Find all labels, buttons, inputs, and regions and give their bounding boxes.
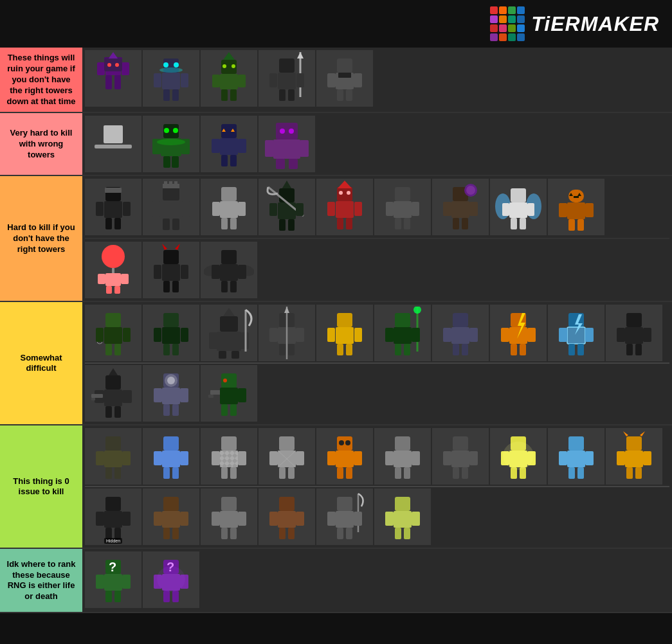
svg-rect-94: [279, 188, 295, 202]
svg-rect-160: [212, 265, 220, 279]
svg-rect-73: [123, 202, 131, 216]
tier-label-2: Very hard to kill with wrong towers: [0, 113, 82, 175]
svg-rect-154: [163, 281, 170, 292]
svg-point-63: [280, 129, 285, 134]
svg-rect-370: [104, 574, 122, 591]
svg-rect-71: [104, 201, 122, 218]
svg-rect-75: [114, 218, 121, 229]
svg-marker-192: [284, 307, 289, 313]
list-item: [316, 305, 373, 361]
svg-rect-105: [336, 201, 354, 218]
list-item: [201, 50, 257, 107]
tier-items-3: [82, 176, 672, 301]
list-item: [432, 428, 489, 485]
svg-rect-98: [296, 203, 304, 216]
svg-rect-241: [91, 394, 103, 398]
svg-rect-77: [163, 186, 179, 201]
svg-rect-331: [105, 497, 121, 511]
svg-rect-349: [279, 497, 295, 511]
svg-rect-86: [174, 181, 177, 186]
list-item: [316, 428, 373, 485]
svg-rect-285: [296, 451, 304, 465]
logo-text: TiERMAKER: [531, 12, 659, 36]
svg-rect-69: [289, 159, 298, 169]
svg-rect-373: [105, 591, 112, 602]
svg-rect-359: [354, 512, 362, 526]
svg-rect-354: [288, 528, 295, 539]
svg-rect-88: [220, 201, 238, 218]
svg-rect-170: [123, 328, 131, 342]
list-item: [490, 428, 547, 485]
svg-point-103: [339, 191, 343, 195]
svg-rect-203: [395, 313, 410, 327]
svg-rect-186: [219, 351, 226, 359]
svg-rect-280: [221, 467, 228, 479]
svg-rect-139: [568, 219, 575, 231]
svg-rect-34: [279, 89, 286, 101]
svg-marker-102: [338, 181, 352, 188]
svg-rect-299: [394, 451, 412, 467]
svg-rect-163: [230, 281, 237, 292]
svg-rect-343: [221, 497, 237, 511]
svg-rect-270: [154, 451, 162, 465]
svg-rect-126: [511, 188, 526, 202]
svg-rect-151: [162, 264, 180, 281]
svg-rect-338: [162, 511, 180, 528]
svg-rect-296: [337, 467, 343, 479]
svg-rect-41: [346, 89, 352, 101]
svg-rect-268: [163, 436, 179, 451]
list-item: [432, 179, 489, 235]
svg-rect-180: [172, 344, 179, 355]
svg-rect-257: [220, 388, 238, 404]
svg-rect-266: [105, 467, 112, 479]
svg-rect-231: [626, 313, 642, 327]
svg-rect-113: [412, 202, 419, 216]
svg-rect-297: [346, 467, 352, 479]
svg-rect-52: [172, 156, 179, 168]
svg-point-248: [167, 377, 175, 384]
svg-rect-210: [404, 344, 410, 355]
svg-rect-361: [346, 528, 352, 539]
svg-rect-366: [395, 528, 401, 539]
list-item: [85, 116, 141, 172]
svg-rect-145: [121, 274, 129, 284]
list-item: [143, 365, 199, 422]
svg-rect-165: [104, 327, 122, 344]
list-item: Hidden: [85, 488, 141, 545]
svg-rect-259: [221, 404, 228, 416]
svg-rect-13: [162, 73, 180, 89]
list-item: [490, 179, 547, 235]
svg-rect-243: [122, 390, 132, 403]
svg-point-22: [232, 64, 235, 68]
tier-label-5: This thing is 0 issue to kill: [0, 425, 82, 548]
list-item: [548, 305, 604, 361]
svg-rect-61: [230, 155, 237, 166]
svg-rect-235: [626, 344, 633, 355]
svg-rect-279: [238, 451, 246, 465]
svg-rect-193: [269, 328, 278, 342]
svg-rect-153: [181, 265, 188, 279]
svg-rect-16: [163, 89, 170, 101]
svg-rect-164: [105, 313, 121, 327]
svg-rect-171: [105, 344, 112, 355]
svg-point-316: [503, 442, 534, 470]
svg-rect-72: [96, 202, 104, 216]
list-item: [143, 428, 199, 485]
svg-rect-364: [385, 512, 394, 526]
svg-rect-302: [395, 467, 401, 479]
svg-rect-371: [96, 575, 104, 589]
svg-point-21: [222, 64, 226, 68]
svg-rect-62: [276, 123, 298, 139]
svg-rect-108: [337, 218, 343, 229]
svg-rect-85: [169, 181, 172, 186]
svg-rect-79: [152, 201, 160, 217]
svg-rect-161: [238, 265, 246, 279]
svg-rect-131: [520, 218, 526, 229]
svg-rect-112: [386, 202, 394, 216]
tiermaker-logo: TiERMAKER: [490, 6, 659, 41]
svg-rect-342: [172, 528, 179, 539]
svg-rect-147: [114, 286, 120, 294]
svg-text:?: ?: [109, 560, 116, 574]
svg-rect-249: [162, 388, 180, 404]
svg-rect-305: [451, 451, 469, 467]
